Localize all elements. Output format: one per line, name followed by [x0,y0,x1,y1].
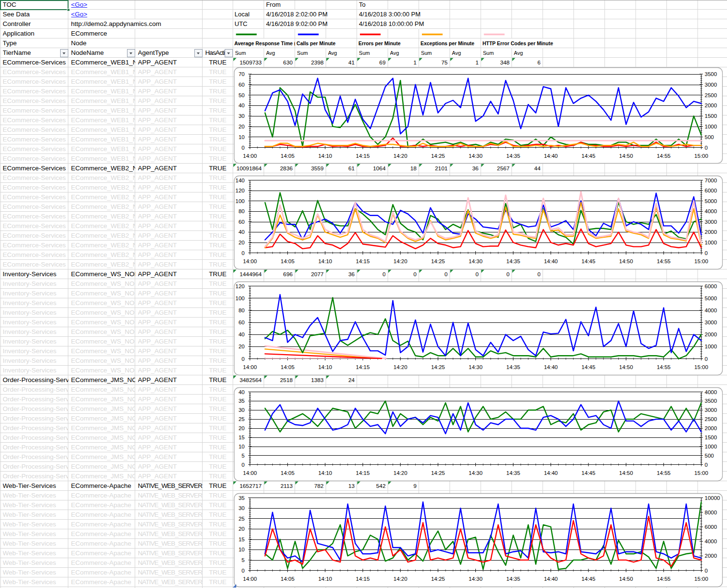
svg-text:14:05: 14:05 [281,470,294,476]
svg-text:14:20: 14:20 [394,258,408,264]
svg-text:2000: 2000 [705,332,717,337]
svg-text:14:00: 14:00 [243,364,257,370]
svg-text:14:45: 14:45 [582,364,596,370]
svg-text:1000: 1000 [705,444,717,449]
svg-text:1000: 1000 [705,124,717,129]
svg-text:3000: 3000 [705,219,717,225]
svg-text:14:05: 14:05 [281,364,294,370]
svg-text:120: 120 [235,283,244,289]
svg-text:2000: 2000 [705,425,717,431]
svg-text:14:40: 14:40 [544,364,558,370]
svg-text:4000: 4000 [705,307,717,313]
svg-text:5000: 5000 [705,295,717,301]
svg-text:14:15: 14:15 [356,364,370,370]
svg-text:14:20: 14:20 [394,364,408,370]
svg-text:0: 0 [705,250,708,256]
svg-text:2500: 2500 [705,416,717,422]
svg-text:14:05: 14:05 [281,153,294,159]
svg-text:14:40: 14:40 [544,258,558,264]
svg-text:14:25: 14:25 [431,470,445,476]
svg-text:14:00: 14:00 [243,576,257,582]
svg-text:14:25: 14:25 [431,364,445,370]
svg-text:35: 35 [239,398,245,404]
svg-text:500: 500 [705,453,714,459]
svg-text:14:45: 14:45 [582,470,596,476]
svg-text:14:35: 14:35 [506,576,520,582]
svg-text:14:15: 14:15 [356,153,370,159]
svg-text:3000: 3000 [705,320,717,325]
svg-text:6000: 6000 [705,524,717,530]
svg-text:20: 20 [239,344,245,349]
svg-text:14:05: 14:05 [281,576,294,582]
svg-text:100: 100 [235,295,244,301]
svg-text:14:10: 14:10 [318,153,332,159]
svg-text:70: 70 [239,71,245,77]
svg-text:14:25: 14:25 [431,153,445,159]
svg-text:10: 10 [239,134,245,140]
svg-text:14:25: 14:25 [431,576,445,582]
svg-text:20: 20 [239,526,245,532]
svg-text:20: 20 [239,124,245,129]
svg-text:35: 35 [239,495,245,501]
svg-text:60: 60 [239,219,245,225]
svg-text:15: 15 [239,435,245,440]
svg-text:14:00: 14:00 [243,470,257,476]
svg-text:500: 500 [705,134,714,140]
svg-text:14:10: 14:10 [318,470,332,476]
svg-text:0: 0 [242,462,244,468]
svg-text:0: 0 [705,356,708,362]
svg-text:15:00: 15:00 [694,364,708,370]
svg-text:1500: 1500 [705,435,717,440]
svg-text:10000: 10000 [705,495,720,501]
svg-text:140: 140 [235,178,244,183]
svg-text:14:50: 14:50 [619,576,633,582]
svg-text:3000: 3000 [705,407,717,413]
svg-text:0: 0 [705,145,708,151]
svg-text:14:55: 14:55 [657,470,671,476]
svg-text:14:55: 14:55 [657,153,671,159]
svg-text:120: 120 [235,188,244,193]
svg-text:0: 0 [242,145,244,151]
svg-text:50: 50 [239,92,245,98]
svg-text:14:50: 14:50 [619,470,633,476]
svg-text:14:45: 14:45 [582,576,596,582]
svg-text:15: 15 [239,537,245,542]
svg-text:14:55: 14:55 [657,576,671,582]
svg-text:14:30: 14:30 [469,364,483,370]
svg-text:4000: 4000 [705,389,717,395]
svg-text:14:35: 14:35 [506,258,520,264]
svg-text:25: 25 [239,516,245,522]
svg-text:14:15: 14:15 [356,576,370,582]
svg-text:0: 0 [242,250,244,256]
svg-text:2500: 2500 [705,92,717,98]
svg-text:0: 0 [705,462,708,468]
svg-text:2000: 2000 [705,102,717,108]
svg-text:6000: 6000 [705,188,717,193]
svg-text:0: 0 [242,356,244,362]
svg-text:14:20: 14:20 [394,153,408,159]
svg-text:5: 5 [242,453,244,459]
svg-text:3500: 3500 [705,398,717,404]
svg-text:25: 25 [239,416,245,422]
svg-text:40: 40 [239,389,245,395]
svg-text:8000: 8000 [705,510,717,515]
svg-text:14:15: 14:15 [356,470,370,476]
svg-text:14:30: 14:30 [469,258,483,264]
svg-text:5000: 5000 [705,198,717,204]
svg-text:14:35: 14:35 [506,364,520,370]
svg-text:10: 10 [239,444,245,449]
svg-text:60: 60 [239,320,245,325]
svg-text:14:30: 14:30 [469,470,483,476]
svg-text:1000: 1000 [705,240,717,245]
svg-text:10: 10 [239,547,245,552]
svg-text:14:55: 14:55 [657,258,671,264]
svg-text:80: 80 [239,307,245,313]
svg-text:14:15: 14:15 [356,258,370,264]
svg-text:7000: 7000 [705,178,717,183]
svg-text:30: 30 [239,407,245,413]
svg-text:1000: 1000 [705,344,717,349]
svg-text:15:00: 15:00 [694,576,708,582]
svg-text:14:10: 14:10 [318,364,332,370]
svg-text:14:50: 14:50 [619,153,633,159]
svg-text:6000: 6000 [705,283,717,289]
